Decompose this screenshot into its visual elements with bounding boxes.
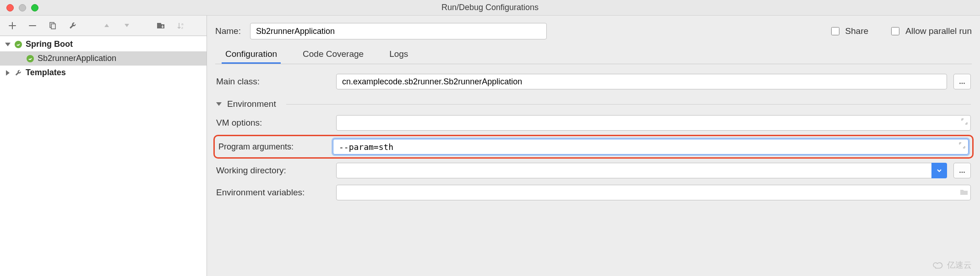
divider	[286, 104, 971, 105]
right-panel: Name: Share Allow parallel run Configura…	[207, 16, 980, 276]
spring-icon	[26, 54, 35, 63]
spring-icon	[14, 40, 23, 49]
name-input[interactable]	[250, 23, 547, 39]
working-directory-label: Working directory:	[216, 166, 330, 176]
vm-options-input[interactable]	[336, 115, 971, 131]
allow-parallel-checkbox-input[interactable]	[891, 27, 899, 35]
row-program-arguments: Program arguments:	[213, 135, 974, 159]
form: Main class: ... Environment VM options:	[215, 71, 972, 204]
row-working-directory: Working directory: ...	[216, 160, 971, 182]
allow-parallel-label: Allow parallel run	[905, 26, 972, 36]
wrench-icon	[14, 68, 23, 77]
watermark-text: 亿速云	[947, 259, 972, 270]
env-variables-label: Environment variables:	[216, 188, 330, 198]
allow-parallel-checkbox[interactable]: Allow parallel run	[889, 26, 972, 37]
folder-icon[interactable]	[960, 188, 967, 196]
left-toolbar: az	[0, 16, 207, 36]
name-label: Name:	[215, 26, 241, 36]
vm-options-label: VM options:	[216, 118, 330, 128]
share-checkbox[interactable]: Share	[829, 26, 869, 37]
tab-code-coverage[interactable]: Code Coverage	[299, 49, 367, 64]
tab-configuration[interactable]: Configuration	[222, 49, 281, 64]
row-main-class: Main class: ...	[216, 71, 971, 93]
main-class-label: Main class:	[216, 77, 330, 87]
program-arguments-input[interactable]	[333, 139, 969, 155]
save-template-icon[interactable]	[156, 21, 166, 31]
share-checkbox-input[interactable]	[831, 27, 839, 35]
svg-point-5	[27, 55, 34, 62]
move-down-icon	[122, 21, 132, 31]
tree-node-sb2runner[interactable]: Sb2runnerApplication	[0, 51, 207, 66]
tree-node-label: Templates	[26, 68, 66, 77]
environment-section-label: Environment	[227, 99, 276, 109]
tree-node-templates[interactable]: Templates	[0, 66, 207, 80]
env-variables-input[interactable]	[336, 185, 971, 200]
add-icon[interactable]	[7, 21, 17, 31]
share-label: Share	[845, 26, 869, 36]
row-vm-options: VM options:	[216, 112, 971, 134]
tabs: Configuration Code Coverage Logs	[215, 46, 972, 64]
tab-logs[interactable]: Logs	[386, 49, 412, 64]
copy-icon[interactable]	[48, 21, 58, 31]
watermark: 亿速云	[932, 259, 972, 270]
wrench-icon[interactable]	[68, 21, 78, 31]
environment-section-header[interactable]: Environment	[216, 99, 971, 109]
remove-icon[interactable]	[27, 21, 38, 31]
move-up-icon	[102, 21, 112, 31]
program-arguments-label: Program arguments:	[218, 142, 327, 152]
tree-node-spring-boot[interactable]: Spring Boot	[0, 37, 207, 51]
row-env-variables: Environment variables:	[216, 182, 971, 204]
window-title: Run/Debug Configurations	[0, 3, 980, 12]
sort-icon: az	[176, 21, 186, 31]
working-directory-input[interactable]	[336, 163, 933, 178]
title-bar: Run/Debug Configurations	[0, 0, 980, 16]
chevron-right-icon[interactable]	[5, 70, 11, 76]
main-class-input[interactable]	[336, 74, 947, 89]
working-directory-history-button[interactable]	[931, 163, 947, 178]
svg-rect-1	[51, 24, 55, 29]
svg-text:z: z	[181, 26, 183, 30]
chevron-down-icon[interactable]	[5, 41, 11, 48]
tree-node-label: Spring Boot	[26, 39, 73, 49]
chevron-down-icon	[216, 102, 222, 106]
left-panel: az Spring Boot Sb2runnerApplication	[0, 16, 207, 276]
working-directory-browse-button[interactable]: ...	[953, 163, 971, 178]
tree-node-label: Sb2runnerApplication	[38, 54, 116, 63]
main-class-browse-button[interactable]: ...	[953, 74, 971, 89]
config-tree[interactable]: Spring Boot Sb2runnerApplication Templat…	[0, 36, 207, 276]
svg-point-4	[15, 41, 22, 48]
